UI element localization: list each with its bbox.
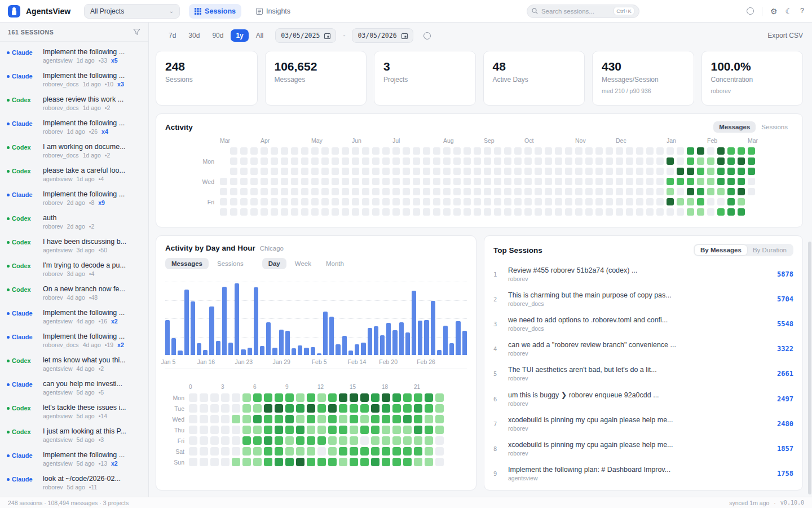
heatmap-cell[interactable] [362,157,369,165]
heatmap-cell[interactable] [311,198,319,205]
hour-heatmap-cell[interactable] [275,426,283,434]
heatmap-cell[interactable] [717,178,725,185]
daily-bar[interactable] [209,306,214,355]
heatmap-cell[interactable] [382,208,390,216]
top-session-row[interactable]: 10it seems like codex is struggling to r… [493,486,793,491]
heatmap-cell[interactable] [535,168,542,175]
hour-heatmap-cell[interactable] [275,404,283,413]
heatmap-cell[interactable] [474,198,481,205]
hour-heatmap-cell[interactable] [339,415,347,423]
heatmap-cell[interactable] [230,188,237,195]
tab-insights[interactable]: Insights [250,4,296,19]
heatmap-cell[interactable] [392,147,400,155]
heatmap-cell[interactable] [484,168,491,175]
hour-heatmap-cell[interactable] [371,426,379,434]
heatmap-cell[interactable] [474,188,481,195]
hour-heatmap-cell[interactable] [189,404,197,413]
hour-heatmap-cell[interactable] [242,447,251,456]
heatmap-cell[interactable] [240,188,248,195]
heatmap-cell[interactable] [261,168,268,175]
heatmap-cell[interactable] [555,147,562,155]
daily-bar[interactable] [222,287,227,355]
heatmap-cell[interactable] [717,168,725,175]
hour-heatmap-cell[interactable] [382,447,390,456]
heatmap-cell[interactable] [423,188,430,195]
heatmap-cell[interactable] [626,198,633,205]
heatmap-cell[interactable] [352,188,359,195]
heatmap-cell[interactable] [423,168,430,175]
hour-heatmap-cell[interactable] [264,458,272,466]
hour-heatmap-cell[interactable] [189,458,197,466]
heatmap-cell[interactable] [636,178,643,185]
heatmap-cell[interactable] [738,168,745,175]
daily-bar[interactable] [191,301,195,355]
scrollbar-thumb[interactable] [808,242,811,494]
hour-heatmap-cell[interactable] [285,426,294,434]
hour-heatmap-cell[interactable] [242,436,251,445]
daily-bar[interactable] [203,350,208,355]
heatmap-cell[interactable] [565,168,572,175]
heatmap-cell[interactable] [271,157,278,165]
heatmap-cell[interactable] [575,147,582,155]
hour-heatmap-cell[interactable] [339,458,347,466]
heatmap-cell[interactable] [392,198,400,205]
heatmap-cell[interactable] [311,208,319,216]
hour-heatmap-cell[interactable] [392,436,401,445]
heatmap-cell[interactable] [535,157,542,165]
hour-heatmap-cell[interactable] [200,393,208,402]
heatmap-cell[interactable] [707,198,714,205]
heatmap-cell[interactable] [311,147,319,155]
heatmap-cell[interactable] [382,147,390,155]
hour-heatmap-cell[interactable] [425,426,433,434]
heatmap-cell[interactable] [311,178,319,185]
hour-heatmap-cell[interactable] [382,415,390,423]
heatmap-cell[interactable] [413,147,420,155]
hour-heatmap-cell[interactable] [264,436,272,445]
hour-heatmap-cell[interactable] [296,447,304,456]
session-list-item[interactable]: Codexplease review this work ...roborev_… [0,93,148,116]
heatmap-cell[interactable] [494,147,501,155]
heatmap-cell[interactable] [474,168,481,175]
heatmap-cell[interactable] [524,168,532,175]
hour-heatmap-cell[interactable] [200,458,208,466]
daily-bar[interactable] [184,290,189,355]
daily-bar[interactable] [216,341,220,355]
heatmap-cell[interactable] [727,157,735,165]
heatmap-cell[interactable] [362,168,369,175]
hour-heatmap-cell[interactable] [200,404,208,413]
heatmap-cell[interactable] [565,147,572,155]
hour-heatmap-cell[interactable] [425,436,433,445]
hour-heatmap-cell[interactable] [371,404,379,413]
heatmap-cell[interactable] [484,157,491,165]
hour-heatmap-cell[interactable] [264,404,272,413]
heatmap-cell[interactable] [382,157,390,165]
heatmap-cell[interactable] [261,157,268,165]
daily-bar[interactable] [241,349,245,355]
hour-heatmap-cell[interactable] [317,415,326,423]
heatmap-cell[interactable] [545,198,552,205]
daily-bar[interactable] [424,320,429,355]
heatmap-cell[interactable] [524,208,532,216]
hour-heatmap-cell[interactable] [403,426,412,434]
heatmap-cell[interactable] [687,208,694,216]
heatmap-cell[interactable] [707,188,714,195]
heatmap-cell[interactable] [524,178,532,185]
hour-heatmap-cell[interactable] [350,447,358,456]
heatmap-cell[interactable] [585,208,593,216]
heatmap-cell[interactable] [717,188,725,195]
heatmap-cell[interactable] [453,168,461,175]
hour-heatmap-cell[interactable] [435,404,444,413]
heatmap-cell[interactable] [342,157,349,165]
hour-heatmap-cell[interactable] [414,393,422,402]
date-to-input[interactable]: 03/05/2026 [352,28,413,43]
daily-bar[interactable] [412,291,416,355]
top-session-row[interactable]: 6um this is buggy ❯ roborev enqueue 92a0… [493,386,793,411]
heatmap-cell[interactable] [453,147,461,155]
heatmap-cell[interactable] [413,198,420,205]
hour-heatmap-cell[interactable] [328,426,337,434]
heatmap-cell[interactable] [575,208,582,216]
refresh-icon[interactable] [423,32,431,40]
heatmap-cell[interactable] [281,208,288,216]
heatmap-cell[interactable] [748,157,755,165]
date-from-input[interactable]: 03/05/2025 [275,28,336,43]
